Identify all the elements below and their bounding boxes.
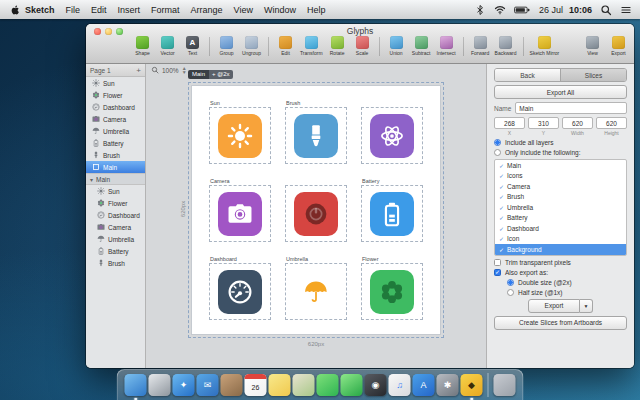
menu-arrange[interactable]: Arrange <box>191 5 223 15</box>
toolbar-shape[interactable]: Shape <box>132 36 153 56</box>
sidebar-item-brush[interactable]: Brush <box>86 149 145 161</box>
dock-calendar-icon[interactable]: 26 <box>245 374 267 396</box>
trim-option[interactable]: Trim transparent pixels <box>494 259 627 266</box>
double-size-option[interactable]: Double size (@2x) <box>507 279 627 286</box>
menu-help[interactable]: Help <box>307 5 326 15</box>
menu-app-name[interactable]: Sketch <box>25 5 55 15</box>
x-input[interactable]: 268 <box>494 117 525 129</box>
checkmark-icon[interactable]: ✓ <box>499 193 504 200</box>
layer-row-brush[interactable]: ✓Brush <box>495 192 626 203</box>
name-input[interactable]: Main <box>515 102 627 114</box>
sidebar-item-dashboard[interactable]: Dashboard <box>86 209 145 221</box>
sidebar-item-dashboard[interactable]: Dashboard <box>86 101 145 113</box>
close-button[interactable] <box>94 28 101 35</box>
sidebar-item-battery[interactable]: Battery <box>86 245 145 257</box>
menu-window[interactable]: Window <box>264 5 296 15</box>
tile-cell-knob[interactable] <box>285 178 347 242</box>
minimize-button[interactable] <box>105 28 112 35</box>
also-export-checkbox[interactable]: ✓ <box>494 269 501 276</box>
tile-cell-flower[interactable]: Flower <box>361 256 423 320</box>
checkmark-icon[interactable]: ✓ <box>499 183 504 190</box>
height-input[interactable]: 620 <box>596 117 627 129</box>
width-input[interactable]: 620 <box>562 117 593 129</box>
checkmark-icon[interactable]: ✓ <box>499 235 504 242</box>
dock-photo-booth-icon[interactable]: ◉ <box>365 374 387 396</box>
toolbar-ungroup[interactable]: Ungroup <box>241 36 262 56</box>
tile-cell-sun[interactable]: Sun <box>209 100 271 164</box>
checkmark-icon[interactable]: ✓ <box>499 225 504 232</box>
battery-status-icon[interactable] <box>514 4 530 16</box>
toolbar-scale[interactable]: Scale <box>352 36 373 56</box>
menu-file[interactable]: File <box>66 5 81 15</box>
atom-tile[interactable] <box>370 114 414 158</box>
half-size-radio[interactable] <box>507 289 514 296</box>
brush-tile[interactable] <box>294 114 338 158</box>
checkmark-icon[interactable]: ✓ <box>499 246 504 253</box>
page-header[interactable]: Page 1 + <box>86 64 145 77</box>
toolbar-intersect[interactable]: Intersect <box>436 36 457 56</box>
gauge-tile[interactable] <box>218 270 262 314</box>
sidebar-item-main[interactable]: Main <box>86 161 145 173</box>
dock-messages-icon[interactable] <box>317 374 339 396</box>
half-size-option[interactable]: Half size (@1x) <box>507 289 627 296</box>
apple-menu-icon[interactable] <box>10 4 21 16</box>
toolbar-sketch-mirror[interactable]: Sketch Mirror <box>530 36 560 56</box>
dock-launchpad-icon[interactable] <box>149 374 171 396</box>
dock-finder-icon[interactable] <box>125 374 147 396</box>
also-export-option[interactable]: ✓ Also export as: <box>494 269 627 276</box>
sidebar-item-umbrella[interactable]: Umbrella <box>86 233 145 245</box>
only-include-option[interactable]: Only include the following: <box>494 149 627 156</box>
flower-tile[interactable] <box>370 270 414 314</box>
tab-slices[interactable]: Slices <box>561 69 626 81</box>
layer-row-main[interactable]: ✓Main <box>495 160 626 171</box>
dock-maps-icon[interactable] <box>293 374 315 396</box>
toolbar-view[interactable]: View <box>582 36 603 56</box>
add-page-icon[interactable]: + <box>136 66 141 75</box>
y-input[interactable]: 310 <box>528 117 559 129</box>
zoom-control[interactable]: 100% ▲▼ <box>151 66 187 74</box>
notification-center-icon[interactable] <box>620 4 632 16</box>
dock-sketch-icon[interactable]: ◆ <box>461 374 483 396</box>
toolbar-edit[interactable]: Edit <box>275 36 296 56</box>
layer-row-background[interactable]: ✓Background <box>495 244 626 255</box>
include-all-radio[interactable] <box>494 139 501 146</box>
bluetooth-icon[interactable] <box>474 4 486 16</box>
toolbar-backward[interactable]: Backward <box>495 36 517 56</box>
sidebar-item-brush[interactable]: Brush <box>86 257 145 269</box>
sidebar-item-battery[interactable]: Battery <box>86 137 145 149</box>
menu-date[interactable]: 26 Jul <box>539 5 563 15</box>
sidebar-item-camera[interactable]: Camera <box>86 221 145 233</box>
dock-app-store-icon[interactable]: A <box>413 374 435 396</box>
tile-cell-atom[interactable] <box>361 100 423 164</box>
export-dropdown-arrow[interactable]: ▼ <box>580 299 593 313</box>
dock-mail-icon[interactable]: ✉ <box>197 374 219 396</box>
toolbar-rotate[interactable]: Rotate <box>327 36 348 56</box>
umbrella-tile[interactable] <box>294 270 338 314</box>
tile-cell-brush[interactable]: Brush <box>285 100 347 164</box>
zoom-steppers[interactable]: ▲▼ <box>182 66 187 74</box>
zoom-button[interactable] <box>116 28 123 35</box>
dock-notes-icon[interactable] <box>269 374 291 396</box>
sidebar-item-camera[interactable]: Camera <box>86 113 145 125</box>
artboard-badge[interactable]: Main + @2x <box>188 70 233 79</box>
toolbar-forward[interactable]: Forward <box>470 36 491 56</box>
sidebar-item-flower[interactable]: Flower <box>86 89 145 101</box>
layer-row-camera[interactable]: ✓Camera <box>495 181 626 192</box>
layer-row-umbrella[interactable]: ✓Umbrella <box>495 202 626 213</box>
create-slices-button[interactable]: Create Slices from Artboards <box>494 316 627 330</box>
checkmark-icon[interactable]: ✓ <box>499 172 504 179</box>
layer-row-battery[interactable]: ✓Battery <box>495 213 626 224</box>
tile-cell-battery[interactable]: Battery <box>361 178 423 242</box>
knob-tile[interactable] <box>294 192 338 236</box>
menu-edit[interactable]: Edit <box>91 5 107 15</box>
disclosure-icon[interactable]: ▾ <box>90 176 93 183</box>
canvas[interactable]: 100% ▲▼ Main + @2x 620px 620px SunBrushC… <box>146 64 486 368</box>
export-button[interactable]: Export <box>528 299 580 313</box>
camera-tile[interactable] <box>218 192 262 236</box>
dock-safari-icon[interactable]: ✦ <box>173 374 195 396</box>
toolbar-vector[interactable]: Vector <box>157 36 178 56</box>
toolbar-group[interactable]: Group <box>216 36 237 56</box>
sidebar-item-umbrella[interactable]: Umbrella <box>86 125 145 137</box>
menu-insert[interactable]: Insert <box>118 5 141 15</box>
toolbar-text[interactable]: AText <box>182 36 203 56</box>
